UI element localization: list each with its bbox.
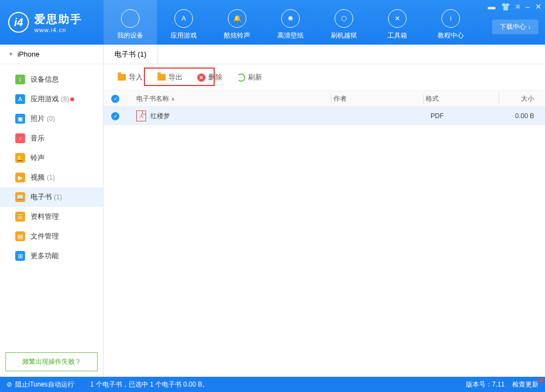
nav-tab-5[interactable]: ✕工具箱: [371, 0, 424, 45]
sidebar-item-8[interactable]: ▤文件管理: [0, 226, 103, 246]
sidebar-icon: A: [15, 94, 25, 104]
sidebar-item-7[interactable]: ☰资料管理: [0, 207, 103, 226]
table-row[interactable]: ✓人红楼梦PDF0.00 B: [104, 107, 545, 125]
app-url: www.i4.cn: [34, 27, 82, 33]
sidebar-item-6[interactable]: 📖电子书(1): [0, 187, 103, 207]
status-bar: ⊘ 阻止iTunes自动运行 1 个电子书，已选中 1 个电子书 0.00 B。…: [0, 377, 545, 392]
minimize-icon[interactable]: –: [525, 2, 530, 11]
column-author[interactable]: 作者: [334, 94, 421, 103]
nav-icon: 🔔: [228, 9, 246, 28]
nav-tab-1[interactable]: A应用游戏: [157, 0, 210, 45]
tab-bar: 电子书 (1): [104, 45, 545, 64]
nav-tab-0[interactable]: 我的设备: [104, 0, 157, 45]
sidebar-item-4[interactable]: 🔔铃声: [0, 148, 103, 168]
version-label: 版本号：7.11: [466, 380, 505, 389]
select-all-checkbox[interactable]: ✓: [111, 95, 119, 103]
check-circle-icon: ⊘: [7, 381, 12, 388]
sidebar-item-1[interactable]: A应用游戏(8): [0, 89, 103, 109]
block-itunes-toggle[interactable]: ⊘ 阻止iTunes自动运行: [7, 380, 74, 389]
sort-asc-icon: ∧: [171, 96, 175, 102]
nav-icon: ✺: [281, 9, 300, 28]
device-selector[interactable]: iPhone: [0, 45, 103, 64]
logo[interactable]: i4 爱思助手 www.i4.cn: [0, 0, 104, 45]
close-icon[interactable]: ✕: [535, 2, 542, 11]
pdf-file-icon: 人: [136, 111, 146, 121]
row-checkbox[interactable]: ✓: [111, 112, 119, 120]
sidebar-icon: 📖: [15, 192, 25, 202]
window-controls: ▬ 👕 ≡ – ✕: [488, 2, 542, 11]
nav-tabs: 我的设备A应用游戏🔔酷炫铃声✺高清壁纸⬡刷机越狱✕工具箱i教程中心: [104, 0, 545, 45]
logo-badge: i4: [8, 12, 29, 33]
tab-ebooks[interactable]: 电子书 (1): [104, 45, 158, 64]
sidebar-item-0[interactable]: i设备信息: [0, 70, 103, 89]
toolbar: 导入 导出 ✕ 删除 刷新: [104, 64, 545, 90]
nav-icon: [121, 9, 140, 28]
sidebar-icon: ♪: [15, 133, 25, 143]
help-link[interactable]: 频繁出现操作失败？: [5, 352, 98, 371]
nav-tab-6[interactable]: i教程中心: [424, 0, 477, 45]
folder-export-icon: [157, 73, 166, 82]
folder-import-icon: [117, 73, 126, 82]
notification-dot: [70, 97, 74, 101]
sidebar-item-3[interactable]: ♪音乐: [0, 128, 103, 148]
sidebar-icon: ▣: [15, 114, 25, 124]
column-name[interactable]: 电子书名称∧: [128, 94, 329, 103]
refresh-icon: [237, 73, 245, 82]
table-header: ✓ 电子书名称∧ 作者 格式 大小: [104, 90, 545, 107]
header: i4 爱思助手 www.i4.cn 我的设备A应用游戏🔔酷炫铃声✺高清壁纸⬡刷机…: [0, 0, 545, 45]
nav-tab-3[interactable]: ✺高清壁纸: [264, 0, 317, 45]
content-area: 电子书 (1) 导入 导出 ✕ 删除 刷新 ✓ 电子书名称∧: [104, 45, 545, 377]
nav-icon: i: [441, 9, 460, 28]
sidebar-item-9[interactable]: ⊞更多功能: [0, 246, 103, 266]
sidebar: iPhone i设备信息A应用游戏(8)▣照片(0)♪音乐🔔铃声▶视频(1)📖电…: [0, 45, 104, 377]
nav-tab-2[interactable]: 🔔酷炫铃声: [210, 0, 264, 45]
export-button[interactable]: 导出: [151, 69, 189, 85]
column-format[interactable]: 格式: [426, 94, 496, 103]
delete-button[interactable]: ✕ 删除: [191, 69, 228, 85]
nav-icon: ⬡: [335, 9, 353, 28]
sidebar-item-2[interactable]: ▣照片(0): [0, 109, 103, 128]
column-size[interactable]: 大小: [501, 94, 545, 103]
sidebar-icon: ▤: [15, 231, 25, 241]
sidebar-icon: ⊞: [15, 251, 25, 261]
download-center-button[interactable]: 下载中心 ↓: [492, 20, 538, 34]
skin-icon[interactable]: 👕: [501, 2, 510, 11]
sidebar-icon: ▶: [15, 173, 25, 182]
nav-icon: ✕: [388, 9, 407, 28]
sidebar-icon: ☰: [15, 212, 25, 222]
sidebar-icon: 🔔: [15, 153, 25, 163]
feedback-icon[interactable]: ▬: [488, 2, 495, 11]
nav-tab-4[interactable]: ⬡刷机越狱: [317, 0, 371, 45]
menu-icon[interactable]: ≡: [516, 2, 520, 11]
app-title: 爱思助手: [34, 12, 82, 27]
nav-icon: A: [174, 9, 193, 28]
check-update-button[interactable]: 检查更新: [512, 380, 538, 389]
sidebar-item-5[interactable]: ▶视频(1): [0, 168, 103, 187]
refresh-button[interactable]: 刷新: [231, 69, 268, 85]
import-button[interactable]: 导入: [111, 69, 149, 85]
selection-status: 1 个电子书，已选中 1 个电子书 0.00 B。: [90, 380, 209, 389]
delete-icon: ✕: [197, 73, 205, 82]
sidebar-icon: i: [15, 75, 25, 84]
